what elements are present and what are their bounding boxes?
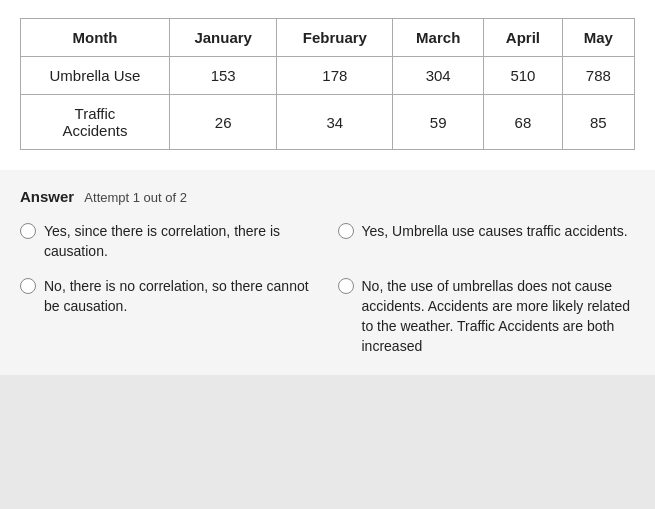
radio-3[interactable] [20, 278, 36, 294]
option-4-text: No, the use of umbrellas does not cause … [362, 276, 636, 357]
option-3-text: No, there is no correlation, so there ca… [44, 276, 318, 317]
col-header-april: April [484, 19, 562, 57]
traffic-jan: 26 [169, 95, 277, 150]
umbrella-mar: 304 [393, 57, 484, 95]
row-label-traffic: Traffic Accidents [21, 95, 170, 150]
traffic-may: 85 [562, 95, 634, 150]
umbrella-apr: 510 [484, 57, 562, 95]
answer-label-text: Answer [20, 188, 74, 205]
radio-4[interactable] [338, 278, 354, 294]
data-table: Month January February March April May U… [20, 18, 635, 150]
options-grid: Yes, since there is correlation, there i… [20, 221, 635, 357]
top-section: Month January February March April May U… [0, 0, 655, 170]
radio-2[interactable] [338, 223, 354, 239]
col-header-month: Month [21, 19, 170, 57]
row-label-umbrella: Umbrella Use [21, 57, 170, 95]
col-header-may: May [562, 19, 634, 57]
col-header-march: March [393, 19, 484, 57]
option-4[interactable]: No, the use of umbrellas does not cause … [338, 276, 636, 357]
option-2[interactable]: Yes, Umbrella use causes traffic acciden… [338, 221, 636, 262]
answer-header: Answer Attempt 1 out of 2 [20, 188, 635, 205]
option-1[interactable]: Yes, since there is correlation, there i… [20, 221, 318, 262]
option-2-text: Yes, Umbrella use causes traffic acciden… [362, 221, 628, 241]
table-row: Traffic Accidents 26 34 59 68 85 [21, 95, 635, 150]
traffic-feb: 34 [277, 95, 393, 150]
col-header-february: February [277, 19, 393, 57]
umbrella-jan: 153 [169, 57, 277, 95]
option-1-text: Yes, since there is correlation, there i… [44, 221, 318, 262]
umbrella-feb: 178 [277, 57, 393, 95]
bottom-section: Answer Attempt 1 out of 2 Yes, since the… [0, 170, 655, 375]
table-row: Umbrella Use 153 178 304 510 788 [21, 57, 635, 95]
traffic-apr: 68 [484, 95, 562, 150]
umbrella-may: 788 [562, 57, 634, 95]
radio-1[interactable] [20, 223, 36, 239]
attempt-label: Attempt 1 out of 2 [84, 190, 187, 205]
col-header-january: January [169, 19, 277, 57]
traffic-mar: 59 [393, 95, 484, 150]
option-3[interactable]: No, there is no correlation, so there ca… [20, 276, 318, 357]
